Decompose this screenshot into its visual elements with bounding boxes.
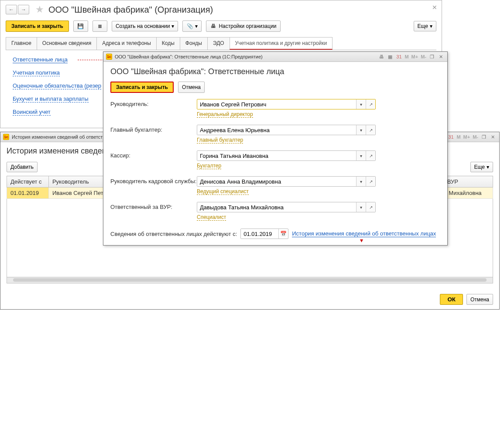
mem-mplus[interactable]: M+ [411,54,419,59]
history-link[interactable]: История изменения сведений об ответствен… [292,230,436,237]
hr-head-lookup[interactable]: ▾ ↗ [197,176,376,187]
create-based-button[interactable]: Создать на основании ▾ [112,21,178,31]
vur-lookup[interactable]: ▾ ↗ [197,202,376,212]
close-icon[interactable]: ✕ [489,133,497,140]
dialog-heading: ООО "Швейная фабрика": Ответственные лиц… [110,67,440,76]
responsible-persons-dialog: 1c ООО "Швейная фабрика": Ответственные … [103,51,448,246]
tab-codes[interactable]: Коды [156,37,180,50]
open-icon[interactable]: ↗ [366,125,375,135]
open-icon[interactable]: ↗ [366,99,375,109]
link-military[interactable]: Воинский учет [13,109,51,116]
vur-input[interactable] [197,202,356,212]
effective-date-label: Сведения об ответственных лицах действую… [110,231,237,237]
window-restore-icon[interactable]: ❐ [428,53,436,60]
open-icon[interactable]: ↗ [366,151,375,160]
label-director: Руководитель: [110,99,197,107]
caret-down-icon: ▾ [430,23,432,29]
close-icon[interactable]: ✕ [437,53,445,60]
open-icon[interactable]: ↗ [366,202,375,212]
director-position-link[interactable]: Генеральный директор [197,111,253,118]
print-icon: 🖶 [210,23,217,30]
caret-down-icon: ▾ [171,23,174,29]
caret-down-icon: ▾ [487,164,489,170]
open-icon[interactable]: ↗ [366,177,375,186]
tab-accounting-policy[interactable]: Учетная политика и другие настройки [230,37,333,50]
tab-basic-info[interactable]: Основные сведения [37,37,97,50]
page-title: ООО "Швейная фабрика" (Организация) [48,5,213,15]
annotation-arrow: ▸ [78,60,104,60]
list-icon: ≣ [96,23,103,30]
tab-funds[interactable]: Фонды [180,37,208,50]
dropdown-icon[interactable]: ▾ [356,99,366,109]
cashier-input[interactable] [197,151,356,160]
favorite-star-icon[interactable]: ★ [35,4,44,15]
close-icon[interactable]: ✕ [432,4,437,11]
link-responsible-persons[interactable]: Ответственные лица [13,56,68,63]
director-input[interactable] [197,99,356,109]
ok-button[interactable]: ОК [440,294,463,305]
nav-back-button[interactable]: ← [6,5,17,14]
mem-mminus[interactable]: M- [472,134,479,140]
list-button[interactable]: ≣ [93,20,107,32]
save-button[interactable]: 💾 [73,20,88,32]
mem-m[interactable]: M [404,54,409,59]
label-cashier: Кассир: [110,150,197,159]
mem-mplus[interactable]: M+ [463,134,471,140]
org-settings-button[interactable]: 🖶 Настройки организации [206,20,280,32]
dialog-title: ООО "Швейная фабрика": Ответственные лиц… [115,54,263,59]
window-restore-icon[interactable]: ❐ [480,133,488,140]
chief-accountant-lookup[interactable]: ▾ ↗ [197,125,376,135]
caret-down-icon: ▾ [195,23,198,29]
dialog-save-close-button[interactable]: Записать и закрыть [110,82,174,93]
floppy-icon: 💾 [77,23,84,30]
calendar-icon[interactable]: 📅 [278,229,288,239]
chief-accountant-input[interactable] [197,125,356,135]
tab-main[interactable]: Главное [6,37,37,50]
cashier-lookup[interactable]: ▾ ↗ [197,150,376,161]
nav-forward-button[interactable]: → [18,5,29,14]
label-chief-accountant: Главный бухгалтер: [110,125,197,133]
main-window: ✕ ← → ★ ООО "Швейная фабрика" (Организац… [0,0,442,128]
vur-position-link[interactable]: Специалист [197,214,226,221]
app-1c-icon: 1c [3,134,9,140]
folder-attach-icon: 📎 [186,23,193,30]
col-effective-from[interactable]: Действует с [7,176,49,188]
effective-date-input[interactable]: 📅 [240,229,288,239]
more-button[interactable]: Еще ▾ [414,21,436,31]
attach-button[interactable]: 📎 ▾ [182,20,202,32]
cancel-button[interactable]: Отмена [466,294,493,305]
tab-edo[interactable]: ЭДО [207,37,230,50]
cashier-position-link[interactable]: Бухгалтер [197,163,221,169]
tabs: Главное Основные сведения Адреса и телеф… [0,37,442,50]
add-button[interactable]: Добавить [7,162,38,172]
mem-m[interactable]: M [456,134,461,140]
dropdown-icon[interactable]: ▾ [356,151,366,160]
hr-head-input[interactable] [197,177,356,186]
calendar-icon[interactable]: 31 [447,133,455,140]
dropdown-icon[interactable]: ▾ [356,177,366,186]
dropdown-icon[interactable]: ▾ [356,125,366,135]
print-icon[interactable]: 🖶 [377,53,385,60]
label-vur: Ответственный за ВУР: [110,202,197,210]
link-payroll[interactable]: Бухучет и выплата зарплаты [13,96,89,102]
tab-content: Ответственные лица Учетная политика Оцен… [6,50,436,128]
dropdown-icon[interactable]: ▾ [356,202,366,212]
annotation-arrow-down: ▾ [360,237,363,244]
dialog-cancel-button[interactable]: Отмена [178,82,205,93]
hr-head-position-link[interactable]: Ведущий специалист [197,188,249,195]
tab-addresses[interactable]: Адреса и телефоны [96,37,157,50]
save-close-button[interactable]: Записать и закрыть [6,20,69,32]
label-hr-head: Руководитель кадровой службы: [110,176,197,184]
calendar-icon[interactable]: 31 [395,53,403,60]
history-more-button[interactable]: Еще ▾ [470,162,493,172]
link-accounting-policy[interactable]: Учетная политика [13,69,60,76]
mem-mminus[interactable]: M- [420,54,427,59]
calc-icon[interactable]: ▦ [386,53,394,60]
horizontal-scrollbar[interactable] [7,277,493,283]
app-1c-icon: 1c [106,54,112,60]
chief-accountant-position-link[interactable]: Главный бухгалтер [197,137,243,143]
link-reserves[interactable]: Оценочные обязательства (резер [13,82,101,89]
director-lookup[interactable]: ▾ ↗ [197,99,376,109]
